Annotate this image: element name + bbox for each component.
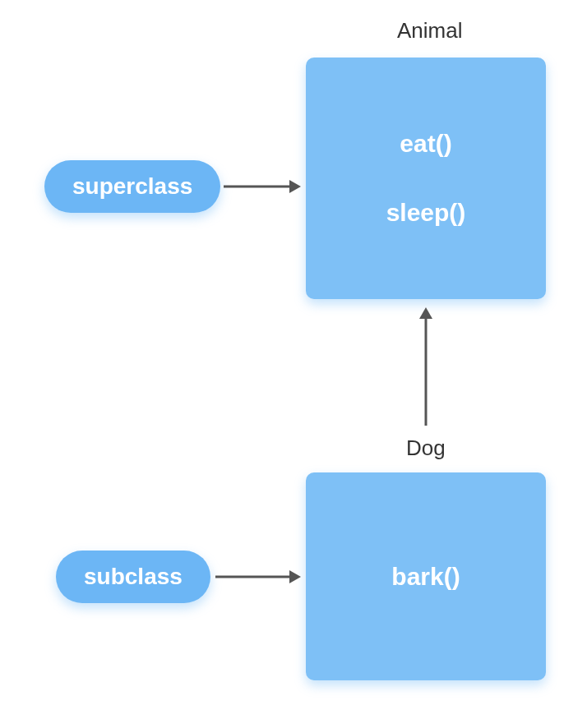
- svg-marker-5: [419, 307, 432, 319]
- animal-method-eat: eat(): [400, 130, 451, 158]
- animal-class-label: Animal: [397, 18, 462, 44]
- dog-method-bark: bark(): [391, 563, 460, 591]
- dog-class-box: bark(): [306, 472, 546, 680]
- svg-marker-3: [289, 570, 301, 583]
- dog-class-label: Dog: [406, 435, 446, 461]
- arrow-right-icon: [215, 565, 301, 588]
- subclass-pill-label: subclass: [84, 564, 183, 590]
- svg-marker-1: [289, 180, 301, 193]
- subclass-pill: subclass: [56, 551, 210, 603]
- arrow-up-icon: [414, 307, 437, 426]
- superclass-pill-label: superclass: [72, 173, 192, 200]
- animal-method-sleep: sleep(): [386, 199, 466, 227]
- superclass-pill: superclass: [44, 160, 220, 213]
- animal-class-box: eat() sleep(): [306, 58, 546, 299]
- arrow-right-icon: [224, 175, 301, 198]
